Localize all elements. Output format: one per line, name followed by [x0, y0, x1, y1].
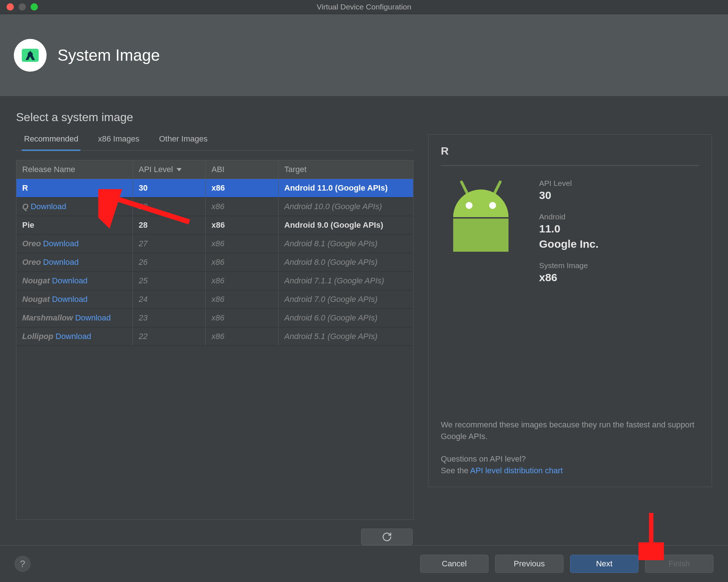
- col-header-release[interactable]: Release Name: [16, 160, 133, 179]
- release-name: R: [22, 183, 28, 192]
- table-row[interactable]: NougatDownload25x86Android 7.1.1 (Google…: [16, 272, 413, 290]
- cell-target: Android 7.1.1 (Google APIs): [278, 272, 413, 290]
- help-icon: ?: [20, 558, 25, 570]
- release-name: Pie: [22, 220, 34, 230]
- minimize-window-button[interactable]: [19, 3, 26, 11]
- cell-abi: x86: [206, 198, 278, 216]
- api-distribution-chart-link[interactable]: API level distribution chart: [470, 466, 563, 475]
- dialog-footer: ? Cancel Previous Next Finish: [0, 545, 728, 582]
- tab-other-images[interactable]: Other Images: [157, 134, 210, 150]
- release-name: Oreo: [22, 258, 41, 267]
- window-title: Virtual Device Configuration: [0, 3, 728, 11]
- cell-target: Android 8.0 (Google APIs): [278, 253, 413, 271]
- download-link[interactable]: Download: [43, 239, 79, 248]
- cell-api-level: 30: [133, 179, 206, 197]
- cell-abi: x86: [206, 235, 278, 253]
- detail-see-the: See the: [441, 466, 470, 475]
- svg-point-4: [466, 202, 472, 209]
- footer-buttons: Cancel Previous Next Finish: [420, 555, 713, 573]
- refresh-button[interactable]: [361, 529, 413, 545]
- table-row[interactable]: R30x86Android 11.0 (Google APIs): [16, 179, 413, 198]
- svg-point-5: [489, 202, 496, 209]
- table-row[interactable]: QDownload29x86Android 10.0 (Google APIs): [16, 198, 413, 216]
- section-subtitle: Select a system image: [16, 111, 712, 124]
- detail-android: Android 11.0 Google Inc.: [539, 212, 598, 250]
- page-title: System Image: [58, 46, 160, 64]
- titlebar: Virtual Device Configuration: [0, 0, 728, 14]
- tab-x86-images[interactable]: x86 Images: [96, 134, 142, 150]
- tab-recommended[interactable]: Recommended: [22, 134, 80, 151]
- table-row[interactable]: LollipopDownload22x86Android 5.1 (Google…: [16, 327, 413, 346]
- cell-target: Android 7.0 (Google APIs): [278, 290, 413, 308]
- col-header-target[interactable]: Target: [278, 160, 413, 179]
- svg-line-2: [462, 182, 467, 193]
- detail-grid: API Level 30 Android 11.0 Google Inc. Sy…: [441, 179, 699, 284]
- cell-target: Android 10.0 (Google APIs): [278, 198, 413, 216]
- table-row[interactable]: OreoDownload26x86Android 8.0 (Google API…: [16, 253, 413, 272]
- cell-target: Android 8.1 (Google APIs): [278, 235, 413, 253]
- table-row[interactable]: NougatDownload24x86Android 7.0 (Google A…: [16, 290, 413, 309]
- cell-release: QDownload: [16, 198, 133, 216]
- cell-abi: x86: [206, 309, 278, 327]
- cell-release: NougatDownload: [16, 290, 133, 308]
- table-header: Release Name API Level ABI Target: [16, 160, 413, 179]
- refresh-icon: [382, 532, 392, 542]
- cell-target: Android 11.0 (Google APIs): [278, 179, 413, 197]
- detail-system-image-abi: x86: [539, 271, 598, 284]
- cell-target: Android 5.1 (Google APIs): [278, 327, 413, 346]
- table-body: R30x86Android 11.0 (Google APIs)QDownloa…: [16, 179, 413, 519]
- cancel-button[interactable]: Cancel: [420, 555, 488, 573]
- body: Select a system image Recommendedx86 Ima…: [0, 96, 728, 545]
- release-name: Q: [22, 202, 28, 211]
- cell-release: NougatDownload: [16, 272, 133, 290]
- page-header: System Image: [0, 14, 728, 96]
- cell-abi: x86: [206, 290, 278, 308]
- help-button[interactable]: ?: [15, 556, 31, 572]
- cell-release: R: [16, 179, 133, 197]
- table-row[interactable]: Pie28x86Android 9.0 (Google APIs): [16, 216, 413, 235]
- col-header-api-label: API Level: [139, 165, 173, 174]
- detail-recommend-text: We recommend these images because they r…: [441, 419, 699, 442]
- window-controls: [0, 3, 38, 11]
- cell-release: LollipopDownload: [16, 327, 133, 346]
- download-link[interactable]: Download: [31, 202, 66, 211]
- download-link[interactable]: Download: [43, 258, 79, 267]
- cell-release: OreoDownload: [16, 253, 133, 271]
- release-name: Nougat: [22, 276, 50, 285]
- release-name: Marshmallow: [22, 313, 73, 322]
- detail-title: R: [441, 145, 699, 166]
- col-header-api-level[interactable]: API Level: [133, 160, 206, 179]
- cell-api-level: 25: [133, 272, 206, 290]
- table-row[interactable]: OreoDownload27x86Android 8.1 (Google API…: [16, 235, 413, 253]
- download-link[interactable]: Download: [75, 313, 111, 322]
- dialog-window: Virtual Device Configuration System Imag…: [0, 0, 728, 582]
- system-image-table: Release Name API Level ABI Target R30x86…: [16, 160, 414, 520]
- cell-api-level: 22: [133, 327, 206, 346]
- android-robot-icon: [441, 179, 521, 284]
- download-link[interactable]: Download: [52, 295, 88, 304]
- previous-button[interactable]: Previous: [495, 555, 563, 573]
- detail-note: We recommend these images because they r…: [441, 419, 699, 477]
- cell-api-level: 24: [133, 290, 206, 308]
- next-button[interactable]: Next: [570, 555, 638, 573]
- svg-rect-6: [453, 219, 509, 252]
- release-name: Lollipop: [22, 332, 54, 341]
- detail-android-version: 11.0: [539, 223, 598, 235]
- left-column: Recommendedx86 ImagesOther Images Releas…: [16, 134, 414, 545]
- detail-android-label: Android: [539, 212, 598, 221]
- detail-api-level: API Level 30: [539, 179, 598, 202]
- detail-system-image-label: System Image: [539, 261, 598, 270]
- release-name: Nougat: [22, 295, 50, 304]
- maximize-window-button[interactable]: [31, 3, 38, 11]
- download-link[interactable]: Download: [52, 276, 88, 285]
- cell-release: Pie: [16, 216, 133, 234]
- download-link[interactable]: Download: [56, 332, 91, 341]
- cell-abi: x86: [206, 253, 278, 271]
- table-row[interactable]: MarshmallowDownload23x86Android 6.0 (Goo…: [16, 309, 413, 327]
- android-studio-icon: [14, 39, 47, 72]
- cell-abi: x86: [206, 216, 278, 234]
- detail-questions-text: Questions on API level?: [441, 453, 699, 465]
- close-window-button[interactable]: [7, 3, 14, 11]
- cell-abi: x86: [206, 179, 278, 197]
- col-header-abi[interactable]: ABI: [206, 160, 278, 179]
